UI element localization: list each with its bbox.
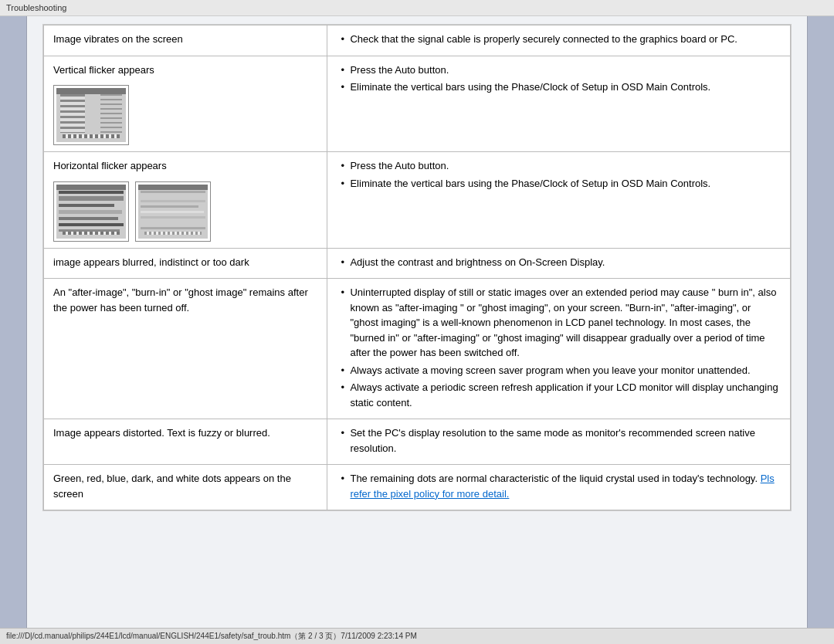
screen-top-bar (56, 185, 126, 190)
h-line (59, 204, 114, 207)
monitor-image-container (53, 82, 317, 145)
list-item: Set the PC's display resolution to the s… (341, 425, 781, 456)
h-line (141, 205, 198, 208)
list-item: Check that the signal cable is properly … (341, 32, 781, 47)
h-line (141, 195, 202, 198)
monitor-screen (56, 185, 126, 239)
troubleshooting-table: Image vibrates on the screen Check that … (43, 25, 791, 510)
content-area: Image vibrates on the screen Check that … (27, 16, 807, 628)
solution-list: Set the PC's display resolution to the s… (337, 425, 781, 456)
top-bar-label: Troubleshooting (6, 3, 66, 12)
list-item-text: Press the Auto button. (350, 64, 449, 76)
problem-cell: Horizontal flicker appears (44, 152, 327, 249)
list-item: Press the Auto button. (341, 158, 781, 174)
problem-cell: An "after-image", "burn-in" or "ghost im… (44, 279, 327, 419)
problem-cell: Vertical flicker appears (44, 56, 327, 152)
list-item-text: The remaining dots are normal characteri… (350, 473, 760, 484)
problem-text: Green, red, blue, dark, and white dots a… (53, 473, 291, 500)
sidebar-left (0, 16, 27, 628)
list-item-text: Always activate a moving screen saver pr… (350, 364, 750, 376)
main-layout: Image vibrates on the screen Check that … (0, 16, 834, 628)
list-item-text: Eliminate the vertical bars using the Ph… (350, 81, 710, 93)
h-line (141, 191, 205, 193)
top-bar: Troubleshooting (0, 0, 834, 16)
problem-cell: Green, red, blue, dark, and white dots a… (44, 465, 327, 510)
list-item: Uninterrupted display of still or static… (341, 285, 781, 361)
list-item: Adjust the contrast and brightness on On… (341, 255, 781, 270)
h-line (141, 211, 204, 213)
solution-list: Adjust the contrast and brightness on On… (337, 255, 781, 270)
list-item-text: Press the Auto button. (350, 160, 449, 171)
list-item-text: Check that the signal cable is properly … (350, 33, 737, 45)
list-item-text: Uninterrupted display of still or static… (350, 286, 776, 358)
list-item-text: Set the PC's display resolution to the s… (350, 427, 755, 454)
screen-top-bar (56, 88, 126, 94)
monitor-image-container (53, 178, 317, 242)
list-item-text: Adjust the contrast and brightness on On… (350, 256, 605, 268)
solution-list: Uninterrupted display of still or static… (337, 285, 781, 410)
monitor-image-1 (53, 181, 129, 242)
h-line (59, 223, 124, 226)
list-item: Eliminate the vertical bars using the Ph… (341, 80, 781, 95)
solution-cell: Adjust the contrast and brightness on On… (327, 248, 791, 279)
problem-cell: Image vibrates on the screen (44, 25, 327, 56)
list-item-text: Always activate a periodic screen refres… (350, 381, 778, 408)
solution-list: Press the Auto button. Eliminate the ver… (337, 158, 781, 191)
list-item-text: Eliminate the vertical bars using the Ph… (350, 178, 710, 189)
bottom-progress (63, 134, 120, 138)
table-row: Image vibrates on the screen Check that … (44, 25, 791, 56)
monitor-image (53, 85, 129, 145)
solution-cell: Check that the signal cable is properly … (327, 25, 791, 56)
h-line (59, 196, 124, 201)
table-row: Image appears distorted. Text is fuzzy o… (44, 419, 791, 465)
table-row: Vertical flicker appears (44, 56, 791, 152)
monitor-image-2 (135, 181, 211, 242)
problem-cell: image appears blurred, indistinct or too… (44, 248, 327, 279)
sidebar-right (807, 16, 834, 628)
screen-top-bar (138, 185, 208, 190)
problem-text: Horizontal flicker appears (53, 160, 167, 171)
problem-cell: Image appears distorted. Text is fuzzy o… (44, 419, 327, 465)
list-item: Eliminate the vertical bars using the Ph… (341, 176, 781, 192)
bottom-progress (144, 232, 202, 235)
v-stripe-left (60, 94, 85, 133)
list-item: Always activate a periodic screen refres… (341, 380, 781, 410)
solution-cell: Uninterrupted display of still or static… (327, 279, 791, 419)
solution-cell: Press the Auto button. Eliminate the ver… (327, 56, 791, 152)
v-stripe-right (100, 94, 122, 133)
h-line (59, 217, 118, 220)
bottom-bar: file:///D|/cd.manual/philips/244E1/lcd/m… (0, 628, 834, 644)
problem-text: Vertical flicker appears (53, 64, 154, 76)
table-container: Image vibrates on the screen Check that … (42, 24, 792, 511)
h-line (141, 222, 201, 224)
solution-cell: Set the PC's display resolution to the s… (327, 419, 791, 465)
problem-text: Image vibrates on the screen (53, 33, 183, 45)
problem-text: Image appears distorted. Text is fuzzy o… (53, 427, 270, 439)
bottom-bar-path: file:///D|/cd.manual/philips/244E1/lcd/m… (6, 632, 417, 640)
h-line (141, 216, 205, 219)
monitor-screen (138, 185, 208, 239)
bottom-progress (63, 232, 120, 235)
list-item: Always activate a moving screen saver pr… (341, 363, 781, 378)
list-item: The remaining dots are normal characteri… (341, 471, 781, 501)
h-line (59, 210, 122, 214)
monitor-screen (56, 88, 126, 142)
table-row: Green, red, blue, dark, and white dots a… (44, 465, 791, 510)
h-line (141, 227, 205, 229)
table-row: An "after-image", "burn-in" or "ghost im… (44, 279, 791, 419)
solution-cell: The remaining dots are normal characteri… (327, 465, 791, 510)
list-item: Press the Auto button. (341, 63, 781, 78)
solution-cell: Press the Auto button. Eliminate the ver… (327, 152, 791, 249)
table-row: image appears blurred, indistinct or too… (44, 248, 791, 279)
solution-list: Check that the signal cable is properly … (337, 32, 781, 47)
solution-list: The remaining dots are normal characteri… (337, 471, 781, 501)
problem-text: image appears blurred, indistinct or too… (53, 256, 249, 268)
solution-list: Press the Auto button. Eliminate the ver… (337, 63, 781, 95)
table-row: Horizontal flicker appears (44, 152, 791, 249)
h-line (59, 191, 124, 194)
h-line (141, 200, 205, 202)
problem-text: An "after-image", "burn-in" or "ghost im… (53, 286, 308, 314)
